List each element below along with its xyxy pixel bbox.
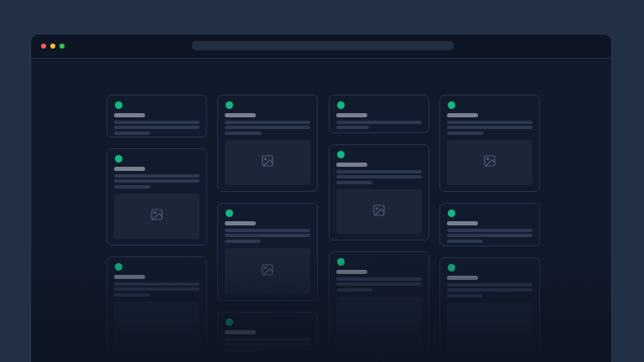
feed-card[interactable] xyxy=(329,144,429,240)
status-dot-icon xyxy=(448,209,455,217)
card-text-placeholder xyxy=(225,349,261,352)
titlebar xyxy=(31,34,611,59)
card-text-placeholder xyxy=(336,126,369,129)
image-icon xyxy=(483,154,496,171)
feed-card[interactable] xyxy=(217,312,318,362)
card-text-placeholder xyxy=(114,185,150,189)
image-placeholder xyxy=(336,297,422,362)
card-text-placeholder xyxy=(447,229,532,232)
card-text-placeholder xyxy=(336,175,422,178)
card-title-placeholder xyxy=(225,330,256,334)
image-icon xyxy=(372,204,386,220)
status-dot-icon xyxy=(337,258,345,266)
card-text-placeholder xyxy=(114,132,150,135)
card-text-placeholder xyxy=(225,343,310,346)
feed-card[interactable] xyxy=(106,95,207,137)
image-icon xyxy=(372,357,386,362)
card-title-placeholder xyxy=(114,167,145,171)
feed-card[interactable] xyxy=(217,95,318,192)
image-icon xyxy=(261,263,274,280)
status-dot-icon xyxy=(115,155,122,163)
image-placeholder xyxy=(114,194,200,239)
card-text-placeholder xyxy=(114,174,200,178)
card-title-placeholder xyxy=(114,275,145,279)
board-column-3 xyxy=(329,95,429,362)
browser-window xyxy=(30,34,612,362)
card-text-placeholder xyxy=(447,126,532,129)
card-text-placeholder xyxy=(447,240,483,243)
feed-card[interactable] xyxy=(329,95,429,133)
url-bar[interactable] xyxy=(192,41,454,50)
status-dot-icon xyxy=(226,101,233,109)
card-text-placeholder xyxy=(447,294,483,297)
card-text-placeholder xyxy=(336,282,422,286)
status-dot-icon xyxy=(448,264,455,272)
card-text-placeholder xyxy=(447,283,532,287)
card-title-placeholder xyxy=(225,221,256,225)
card-title-placeholder xyxy=(336,113,367,117)
card-title-placeholder xyxy=(336,163,367,167)
status-dot-icon xyxy=(226,209,233,217)
close-button[interactable] xyxy=(41,44,46,49)
image-placeholder xyxy=(447,303,532,362)
status-dot-icon xyxy=(337,151,345,158)
feed-card[interactable] xyxy=(439,257,540,362)
feed-card[interactable] xyxy=(106,256,207,362)
minimize-button[interactable] xyxy=(50,44,55,49)
card-text-placeholder xyxy=(114,121,200,124)
card-text-placeholder xyxy=(225,240,261,243)
feed-card[interactable] xyxy=(439,95,540,192)
image-placeholder xyxy=(447,140,532,185)
card-text-placeholder xyxy=(114,293,150,297)
card-text-placeholder xyxy=(447,234,532,237)
card-text-placeholder xyxy=(336,277,422,281)
image-icon xyxy=(261,154,274,171)
card-text-placeholder xyxy=(225,121,310,124)
card-text-placeholder xyxy=(225,229,310,232)
card-title-placeholder xyxy=(336,270,367,274)
board-column-2 xyxy=(217,95,318,362)
image-placeholder xyxy=(225,140,310,185)
zoom-button[interactable] xyxy=(60,44,65,49)
status-dot-icon xyxy=(115,101,122,109)
card-text-placeholder xyxy=(336,288,372,292)
image-placeholder xyxy=(114,302,200,362)
image-placeholder xyxy=(225,357,310,362)
image-placeholder xyxy=(225,248,310,294)
feed-card[interactable] xyxy=(439,203,540,246)
card-text-placeholder xyxy=(225,132,262,135)
traffic-lights xyxy=(41,44,65,49)
feed-card[interactable] xyxy=(106,148,207,246)
status-dot-icon xyxy=(337,101,345,109)
status-dot-icon xyxy=(115,263,122,271)
status-dot-icon xyxy=(226,318,233,326)
card-text-placeholder xyxy=(114,282,200,286)
card-text-placeholder xyxy=(114,179,200,183)
card-text-placeholder xyxy=(447,121,532,124)
card-text-placeholder xyxy=(447,288,532,292)
card-title-placeholder xyxy=(447,276,478,280)
board-column-4 xyxy=(439,95,540,362)
card-text-placeholder xyxy=(447,132,484,135)
card-text-placeholder xyxy=(225,338,310,341)
card-title-placeholder xyxy=(114,113,145,117)
card-text-placeholder xyxy=(336,181,372,184)
board-column-1 xyxy=(106,95,207,362)
image-placeholder xyxy=(336,189,422,234)
feed-card[interactable] xyxy=(329,251,429,362)
card-title-placeholder xyxy=(447,113,478,117)
window-content xyxy=(31,59,611,362)
card-title-placeholder xyxy=(225,113,256,117)
card-text-placeholder xyxy=(114,126,200,129)
card-text-placeholder xyxy=(336,121,422,124)
image-icon xyxy=(150,208,164,225)
card-title-placeholder xyxy=(447,221,478,225)
card-text-placeholder xyxy=(225,234,310,237)
card-text-placeholder xyxy=(225,126,310,129)
feed-card[interactable] xyxy=(217,203,318,301)
card-text-placeholder xyxy=(114,287,200,291)
card-text-placeholder xyxy=(336,170,422,173)
status-dot-icon xyxy=(448,101,455,109)
